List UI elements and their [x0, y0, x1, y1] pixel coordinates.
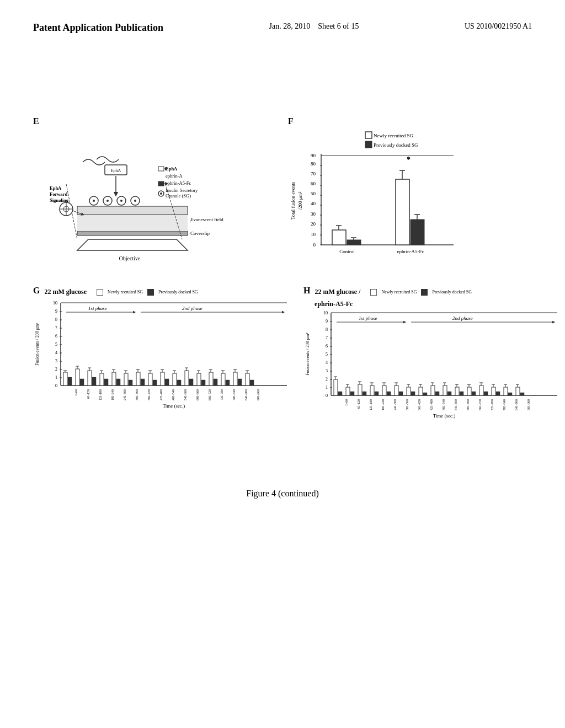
svg-rect-237	[423, 393, 427, 395]
svg-rect-134	[165, 379, 169, 386]
svg-rect-272	[508, 393, 512, 395]
svg-rect-266	[492, 387, 495, 395]
svg-text:421-480: 421-480	[430, 399, 433, 410]
svg-text:541-600: 541-600	[454, 399, 457, 410]
svg-rect-109	[104, 379, 108, 386]
forward-signaling-label: EphA	[50, 185, 62, 191]
svg-text:0: 0	[326, 393, 328, 398]
svg-text:901-960: 901-960	[527, 399, 530, 410]
legend-previously-h: Previously docked SG	[432, 290, 472, 295]
panel-g-label: G	[33, 286, 40, 296]
svg-text:1: 1	[326, 385, 328, 390]
svg-text:361-420: 361-420	[147, 389, 151, 400]
svg-text:7: 7	[326, 335, 328, 340]
insulin-sg-label: Insulin Secretory	[166, 188, 198, 193]
svg-text:181-240: 181-240	[381, 399, 385, 410]
svg-text:841-900: 841-900	[515, 399, 518, 410]
svg-text:/200 μm²: /200 μm²	[297, 191, 303, 210]
panel-f-label: F	[288, 116, 532, 126]
svg-text:781-840: 781-840	[232, 389, 236, 400]
panel-f: F Newly recruited SG Previously docked S…	[288, 116, 532, 275]
svg-rect-226	[395, 386, 398, 395]
ephrin-a5fc-label: ephrin-A5-Fc	[166, 180, 191, 186]
svg-text:481-540: 481-540	[442, 399, 445, 410]
svg-rect-65	[97, 289, 103, 296]
legend-previously-g: Previously docked SG	[158, 290, 198, 295]
svg-rect-242	[435, 392, 439, 395]
svg-rect-164	[238, 379, 242, 386]
row-ef: E Objective Coverslip Evanescent field	[33, 116, 532, 275]
svg-rect-212	[363, 392, 366, 395]
svg-rect-123	[136, 372, 140, 386]
panel-g-title: 22 mM glucose	[44, 288, 87, 296]
svg-rect-129	[153, 380, 157, 386]
svg-rect-148	[197, 373, 201, 386]
panel-h-title: 22 mM glucose /	[315, 288, 360, 296]
svg-text:181-240: 181-240	[111, 389, 114, 400]
svg-rect-154	[214, 379, 217, 386]
svg-rect-103	[88, 371, 92, 386]
svg-rect-113	[112, 372, 116, 386]
svg-rect-1	[77, 231, 188, 235]
control-old-bar	[347, 240, 361, 245]
svg-text:361-420: 361-420	[418, 399, 421, 410]
svg-rect-169	[250, 380, 254, 386]
svg-text:70: 70	[311, 171, 316, 176]
svg-text:6: 6	[326, 344, 328, 349]
svg-text:121-180: 121-180	[369, 399, 372, 410]
chart-f-svg: Newly recruited SG Previously docked SG …	[288, 129, 476, 272]
svg-text:9: 9	[55, 309, 57, 314]
y-axis-label-f: Total fusion events	[290, 181, 296, 220]
chart-h-svg: 0 1 2 3 4 5 6 7 8 9	[303, 310, 563, 420]
svg-rect-206	[346, 387, 350, 395]
diagram-e-svg: Objective Coverslip Evanescent field	[33, 129, 243, 267]
svg-text:901-960: 901-960	[257, 389, 260, 400]
svg-rect-66	[147, 289, 154, 296]
chart-g-svg: 0 1 2 3 4 5 6 7 8 9	[33, 300, 292, 410]
svg-text:61-120: 61-120	[357, 399, 360, 409]
panel-h-label: H	[303, 286, 310, 296]
svg-rect-173	[370, 289, 377, 296]
svg-rect-252	[460, 392, 463, 395]
svg-text:30: 30	[311, 211, 316, 217]
svg-rect-153	[209, 372, 213, 386]
svg-point-9	[93, 200, 95, 202]
svg-text:10: 10	[311, 232, 316, 237]
svg-text:1: 1	[55, 375, 57, 380]
legend-previously-f: Previously docked SG	[374, 142, 418, 148]
svg-rect-221	[382, 386, 386, 395]
svg-text:2: 2	[55, 367, 57, 372]
svg-rect-21	[158, 181, 164, 186]
svg-text:301-360: 301-360	[406, 399, 409, 410]
time-label-g: Time (sec.)	[163, 403, 185, 409]
svg-text:6: 6	[55, 334, 57, 339]
svg-rect-19	[158, 167, 164, 171]
svg-rect-246	[443, 386, 447, 395]
svg-text:601-660: 601-660	[466, 399, 470, 410]
svg-text:50: 50	[311, 191, 316, 196]
publication-title: Patent Application Publication	[33, 22, 163, 34]
svg-text:121-180: 121-180	[99, 389, 102, 400]
svg-text:61-120: 61-120	[87, 389, 90, 399]
svg-text:0: 0	[55, 383, 57, 388]
svg-point-10	[106, 200, 109, 202]
svg-rect-149	[201, 380, 205, 386]
panel-h: H 22 mM glucose / Newly recruited SG Pre…	[303, 286, 563, 422]
svg-text:661-720: 661-720	[208, 389, 211, 400]
svg-rect-247	[447, 392, 451, 395]
svg-rect-276	[516, 387, 520, 395]
svg-rect-2	[77, 215, 188, 231]
svg-rect-108	[100, 373, 104, 386]
svg-text:5: 5	[55, 342, 57, 347]
svg-rect-241	[431, 386, 435, 395]
svg-text:10: 10	[53, 301, 57, 306]
svg-rect-207	[350, 392, 354, 395]
phase1-label-h: 1st phase	[359, 315, 377, 321]
svg-rect-232	[411, 392, 415, 395]
legend-newly-f: Newly recruited SG	[374, 133, 413, 138]
time-label-h: Time (sec.)	[433, 413, 456, 419]
svg-rect-128	[148, 373, 152, 386]
svg-rect-262	[484, 392, 488, 395]
svg-text:4: 4	[326, 360, 328, 365]
svg-text:3: 3	[326, 368, 328, 373]
